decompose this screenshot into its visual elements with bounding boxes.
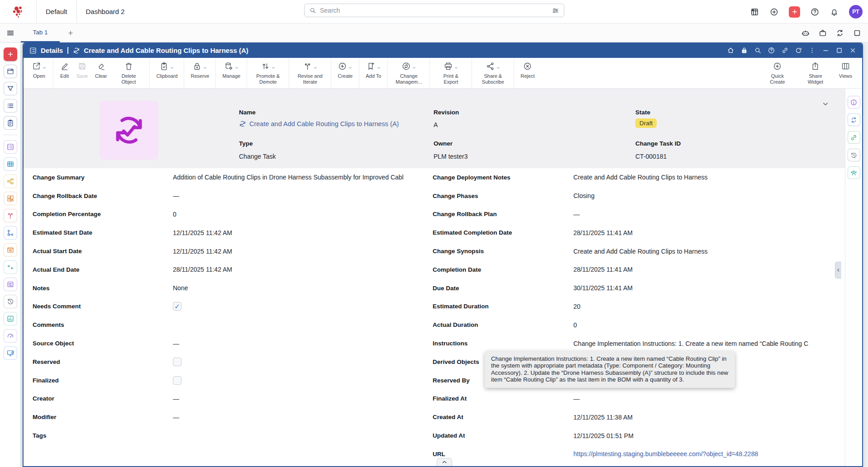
window-title-bar[interactable]: Details Create and Add Cable Routing Cli…: [24, 43, 862, 58]
nav-dashboard-2[interactable]: Dashboard 2: [77, 0, 134, 24]
close-icon[interactable]: [849, 47, 857, 54]
monitor-widget[interactable]: [4, 346, 17, 360]
preview-widget[interactable]: [4, 243, 17, 257]
side-panel-toggle[interactable]: [835, 262, 841, 278]
filter-widget[interactable]: [4, 82, 17, 95]
toolbar-group: Reserve: [184, 58, 216, 88]
matrix-grid-icon[interactable]: [750, 7, 759, 17]
add-widget-button[interactable]: [4, 47, 17, 61]
converge-widget[interactable]: [4, 260, 17, 274]
toolbar-group: Create: [331, 58, 359, 88]
object-name-link[interactable]: Create and Add Cable Routing Clips to Ha…: [239, 120, 399, 127]
tab-1[interactable]: Tab 1: [21, 24, 60, 42]
links-panel[interactable]: [848, 131, 860, 144]
reject-button[interactable]: Reject: [517, 61, 538, 79]
collapse-header-icon[interactable]: [821, 100, 830, 108]
window-widget[interactable]: [4, 65, 17, 78]
finalized-checkbox[interactable]: [173, 376, 181, 385]
field-label: Estimated Completion Date: [433, 229, 573, 236]
manage-button[interactable]: Manage: [219, 61, 244, 79]
history-widget[interactable]: [4, 295, 17, 308]
node-graph-widget[interactable]: [4, 226, 17, 240]
needs-comment-checkbox[interactable]: ✓: [173, 302, 181, 311]
refresh-icon[interactable]: [795, 47, 802, 54]
field-label: Due Date: [433, 285, 573, 292]
open-button[interactable]: Open: [28, 61, 50, 79]
help-icon[interactable]: [768, 47, 775, 54]
reserve-button[interactable]: Reserve: [187, 61, 213, 79]
fullscreen-icon[interactable]: [853, 28, 862, 38]
field-label: Change Synopsis: [433, 248, 573, 255]
print-export-button[interactable]: Print & Export: [433, 61, 469, 85]
widget-palette-sidebar: [0, 43, 21, 467]
quick-add-button[interactable]: [789, 6, 800, 18]
nav-default[interactable]: Default: [37, 0, 76, 24]
branch-widget[interactable]: [4, 209, 17, 222]
team-panel[interactable]: [848, 166, 860, 179]
link-icon[interactable]: [781, 47, 789, 54]
field-row: Modifier—Created At12/11/2025 11:38 AM: [24, 408, 845, 426]
toolbar-button-label: Edit: [60, 73, 69, 79]
notifications-icon[interactable]: [830, 7, 839, 17]
clear-button[interactable]: Clear: [91, 61, 110, 79]
home-icon[interactable]: [727, 47, 734, 54]
search-icon[interactable]: [754, 47, 762, 54]
attributes-form: Change SummaryAddition of Cable Routing …: [24, 168, 845, 463]
layout-widget[interactable]: [4, 192, 17, 205]
clipboard-widget[interactable]: [4, 116, 17, 130]
table-widget[interactable]: [4, 157, 17, 171]
more-options-icon[interactable]: [808, 47, 816, 54]
field-label: Completion Percentage: [33, 211, 173, 217]
change-managem-button[interactable]: Change Managem...: [391, 61, 427, 85]
global-search-input[interactable]: Search: [304, 4, 564, 17]
scroll-to-top-button[interactable]: [437, 458, 452, 466]
field-label: Reserved: [33, 359, 173, 365]
details-widget[interactable]: [4, 140, 17, 154]
field-row: Source Object—InstructionsChange Impleme…: [24, 334, 845, 353]
name-label: Name: [239, 109, 256, 116]
app-logo-icon[interactable]: [0, 4, 36, 19]
chart-widget[interactable]: [4, 312, 17, 325]
revise-and-iterate-button[interactable]: Revise and Iterate: [292, 61, 328, 85]
search-settings-icon[interactable]: [552, 7, 559, 14]
create-button[interactable]: Create: [334, 61, 356, 79]
help-icon[interactable]: [810, 7, 820, 17]
info-panel[interactable]: [848, 96, 860, 108]
clipboard-button[interactable]: Clipboard: [153, 61, 181, 79]
url-link[interactable]: https://plmtesting.staging.bumblebeeeee.…: [573, 450, 758, 458]
workspace-icon[interactable]: [818, 28, 827, 38]
share-subscribe-button[interactable]: Share & Subscribe: [475, 61, 511, 85]
share-widget-button[interactable]: Share Widget: [796, 61, 835, 88]
lifecycle-panel[interactable]: [848, 113, 860, 126]
edit-button[interactable]: Edit: [56, 61, 73, 79]
instructions-tooltip: Change Implementation Instructions: 1. C…: [485, 351, 735, 388]
quick-create-button[interactable]: Quick Create: [758, 61, 796, 88]
toolbar-group: Reject: [514, 58, 541, 88]
assistant-bot-icon[interactable]: [801, 28, 810, 38]
field-value: Addition of Cable Routing Clips in Drone…: [173, 174, 433, 181]
user-avatar[interactable]: PT: [849, 5, 863, 19]
lock-icon[interactable]: [740, 47, 748, 54]
details-window: Details Create and Add Cable Routing Cli…: [23, 42, 863, 467]
history-panel[interactable]: [848, 149, 860, 161]
maximize-icon[interactable]: [835, 47, 843, 54]
views-button[interactable]: Views: [835, 61, 857, 88]
add-to-button[interactable]: Add To: [362, 61, 385, 79]
promote-demote-button[interactable]: Promote & Demote: [250, 61, 286, 85]
delete-object-button[interactable]: Delete Object: [110, 61, 147, 85]
refresh-icon[interactable]: [835, 28, 844, 38]
field-value: 20: [573, 303, 845, 310]
hierarchy-widget[interactable]: [4, 175, 17, 188]
add-tab-button[interactable]: [67, 29, 74, 37]
list-widget[interactable]: [4, 99, 17, 113]
reserved-checkbox[interactable]: [173, 358, 181, 366]
field-value: Change Implementation Instructions: 1. C…: [573, 340, 845, 347]
type-value: Change Task: [239, 153, 276, 160]
note-widget[interactable]: [4, 278, 17, 291]
field-value: Closing: [573, 192, 845, 199]
gauge-widget[interactable]: [4, 329, 17, 343]
toolbar-button-label: Manage: [222, 73, 240, 79]
add-circle-icon[interactable]: [769, 7, 779, 17]
minimize-icon[interactable]: [822, 47, 830, 54]
hamburger-menu-icon[interactable]: [0, 28, 21, 38]
